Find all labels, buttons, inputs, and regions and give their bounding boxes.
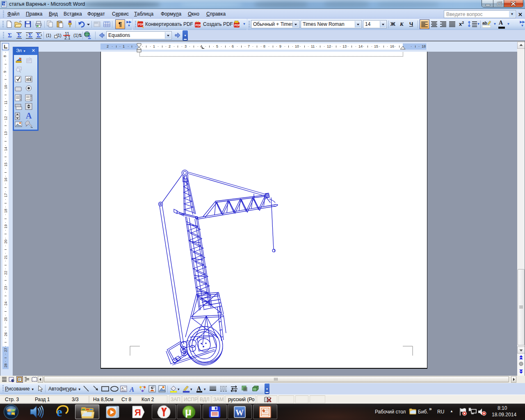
svg-text:Σ: Σ [8,32,12,39]
svg-text:ab: ab [482,21,487,25]
svg-text:PDF: PDF [138,23,144,26]
svg-text:Я: Я [135,407,141,418]
svg-text:(1)⇅: (1)⇅ [73,33,82,38]
svg-text:A: A [129,386,134,393]
svg-text:Σ: Σ [28,32,32,39]
svg-text:ab: ab [26,77,31,82]
svg-text:Σ: Σ [37,32,41,39]
svg-text:2.1: 2.1 [64,35,71,40]
svg-text:PDF: PDF [196,24,201,27]
svg-text:μ: μ [185,406,192,418]
svg-text:A: A [197,386,201,392]
svg-text:1: 1 [26,33,28,37]
svg-text:Σ: Σ [88,34,91,40]
svg-text:(1): (1) [46,33,51,38]
svg-text:PDF: PDF [235,24,240,27]
svg-text:W: W [2,2,6,6]
svg-text:▾: ▾ [204,387,206,391]
svg-text:1: 1 [41,33,42,37]
svg-text:A: A [26,111,32,120]
svg-text:Σ: Σ [17,32,21,39]
svg-text:A: A [121,386,124,390]
svg-text:▾: ▾ [190,387,192,391]
svg-text:W: W [235,408,244,417]
svg-text:▾: ▾ [178,387,180,391]
